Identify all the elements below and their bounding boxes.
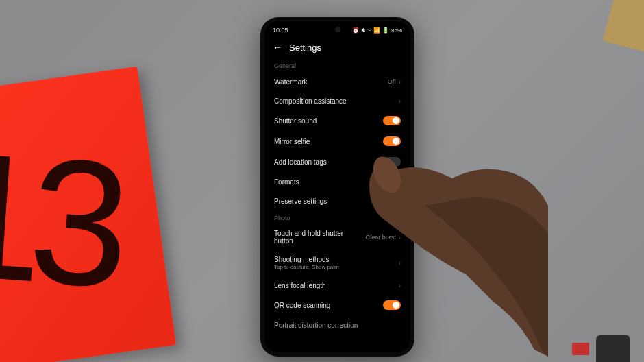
mirror-selfie-label: Mirror selfie bbox=[274, 138, 310, 145]
lens-focal-label: Lens focal length bbox=[274, 282, 326, 289]
setting-shutter-sound[interactable]: Shutter sound bbox=[264, 110, 410, 131]
chevron-right-icon: › bbox=[399, 282, 401, 289]
setting-add-location-tags[interactable]: Add location tags bbox=[264, 152, 410, 172]
qr-scanning-toggle[interactable] bbox=[383, 300, 401, 310]
phone-screen: 10:05 ⏰ ✱ ⌔ 📶 🔋 85% ← Settings General W… bbox=[264, 21, 410, 352]
location-tags-toggle[interactable] bbox=[383, 157, 401, 167]
shooting-methods-sublabel: Tap to capture, Show palm bbox=[274, 264, 339, 270]
setting-portrait-distortion[interactable]: Portrait distortion correction bbox=[264, 315, 410, 335]
back-arrow-icon[interactable]: ← bbox=[273, 42, 282, 53]
portrait-distortion-label: Portrait distortion correction bbox=[274, 322, 358, 329]
setting-formats[interactable]: Formats › bbox=[264, 172, 410, 191]
camera-hole bbox=[335, 27, 340, 32]
status-icons: ⏰ ✱ ⌔ 📶 🔋 85% bbox=[352, 27, 402, 34]
setting-composition-assistance[interactable]: Composition assistance › bbox=[264, 91, 410, 110]
setting-shooting-methods[interactable]: Shooting methods Tap to capture, Show pa… bbox=[264, 250, 410, 276]
battery-percent: 85% bbox=[391, 27, 402, 34]
shutter-sound-toggle[interactable] bbox=[383, 116, 401, 125]
product-box bbox=[0, 67, 176, 362]
settings-list[interactable]: General Watermark Off › Composition assi… bbox=[264, 58, 410, 335]
setting-lens-focal-length[interactable]: Lens focal length › bbox=[264, 276, 410, 295]
chevron-right-icon: › bbox=[399, 78, 401, 86]
status-time: 10:05 bbox=[273, 27, 288, 34]
watermark-value: Off bbox=[388, 78, 396, 85]
phone-device: 10:05 ⏰ ✱ ⌔ 📶 🔋 85% ← Settings General W… bbox=[260, 17, 414, 357]
shutter-sound-label: Shutter sound bbox=[274, 117, 317, 125]
touch-hold-value: Clear burst bbox=[366, 234, 396, 241]
page-title: Settings bbox=[289, 43, 321, 53]
sdcard-object bbox=[572, 343, 589, 355]
setting-preserve-settings[interactable]: Preserve settings › bbox=[264, 191, 410, 210]
chevron-right-icon: › bbox=[399, 97, 401, 105]
battery-icon: 🔋 bbox=[382, 27, 389, 34]
corner-object-top-right bbox=[603, 0, 644, 53]
chevron-right-icon: › bbox=[399, 197, 401, 205]
touch-hold-label: Touch and hold shutter button bbox=[274, 230, 349, 245]
setting-qr-code-scanning[interactable]: QR code scanning bbox=[264, 295, 410, 315]
signal-icon: 📶 bbox=[373, 27, 380, 34]
setting-mirror-selfie[interactable]: Mirror selfie bbox=[264, 131, 410, 152]
composition-label: Composition assistance bbox=[274, 97, 347, 105]
setting-watermark[interactable]: Watermark Off › bbox=[264, 72, 410, 91]
section-general-label: General bbox=[264, 58, 410, 72]
bluetooth-icon: ✱ bbox=[361, 27, 366, 34]
alarm-icon: ⏰ bbox=[352, 27, 359, 34]
formats-label: Formats bbox=[274, 178, 299, 186]
wifi-icon: ⌔ bbox=[368, 27, 371, 34]
shooting-methods-label: Shooting methods bbox=[274, 256, 339, 263]
preserve-settings-label: Preserve settings bbox=[274, 197, 327, 205]
qr-scanning-label: QR code scanning bbox=[274, 302, 330, 309]
location-tags-label: Add location tags bbox=[274, 158, 327, 166]
section-photo-label: Photo bbox=[264, 210, 410, 224]
mirror-selfie-toggle[interactable] bbox=[383, 136, 401, 146]
setting-touch-hold-shutter[interactable]: Touch and hold shutter button Clear burs… bbox=[264, 224, 410, 250]
settings-header: ← Settings bbox=[264, 36, 410, 58]
watermark-label: Watermark bbox=[274, 78, 308, 86]
chevron-right-icon: › bbox=[399, 178, 401, 186]
corner-object-bottom-right bbox=[596, 335, 630, 362]
chevron-right-icon: › bbox=[399, 259, 401, 267]
chevron-right-icon: › bbox=[399, 234, 401, 241]
